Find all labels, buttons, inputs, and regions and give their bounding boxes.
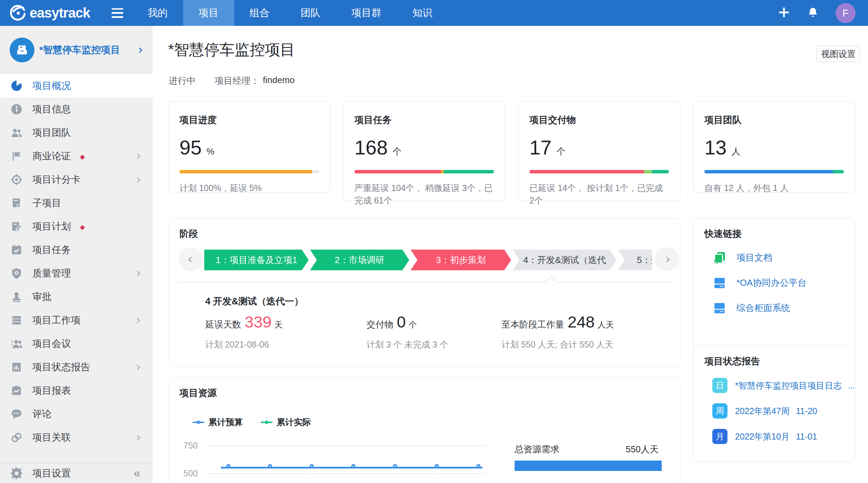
stage-2[interactable]: 2：市场调研 [310, 250, 409, 270]
sidebar-item-项目信息[interactable]: 项目信息 [0, 98, 153, 121]
logo-text: easytrack [30, 5, 90, 21]
stages-scroll-left-button[interactable] [179, 247, 203, 271]
notification-bell-icon[interactable] [807, 6, 819, 20]
stat-card-unit: % [207, 146, 215, 157]
report-badge: 月 [712, 429, 727, 444]
stage-stat-延误天数: 延误天数339天计划 2021-08-06 [205, 312, 366, 350]
sidebar: *智慧停车监控项目 项目概况项目信息项目团队商业论证◆项目计分卡子项目项目计划◆… [0, 26, 153, 483]
sidebar-item-项目计划[interactable]: 项目计划◆ [0, 215, 153, 238]
sidebar-item-商业论证[interactable]: 商业论证◆ [0, 144, 153, 168]
sidebar-item-项目会议[interactable]: 项目会议 [0, 332, 153, 355]
stat-card-项目团队: 项目团队13人自有 12 人，外包 1 人 [693, 101, 855, 193]
status-report-周[interactable]: 周2022年第47周11-20 [712, 403, 817, 419]
tab-知识[interactable]: 知识 [397, 0, 448, 26]
pie-chart-icon [10, 80, 23, 92]
gridline-750 [209, 445, 484, 446]
milestone-diamond-icon: ◆ [80, 153, 85, 161]
easytrack-logo-icon [9, 3, 27, 23]
sidebar-item-项目关联[interactable]: 项目关联 [0, 426, 153, 449]
sidebar-item-项目报表[interactable]: 项目报表 [0, 379, 153, 402]
logo[interactable]: easytrack [9, 3, 90, 23]
status-report-日[interactable]: 日*智慧停车监控项目项目日志... [712, 378, 855, 393]
sidebar-item-项目团队[interactable]: 项目团队 [0, 121, 153, 144]
legend-累计预算[interactable]: 累计预算 [193, 416, 243, 428]
stat-card-unit: 个 [557, 145, 566, 158]
chevron-right-icon[interactable] [137, 47, 143, 53]
quick-link-项目文档[interactable]: 项目文档 [712, 250, 772, 265]
sidebar-item-label: 项目团队 [32, 126, 71, 139]
sidebar-item-label: 项目报表 [32, 384, 71, 397]
screen-blue-icon [712, 301, 727, 315]
stat-card-value: 168 [354, 136, 388, 159]
plan-icon [10, 220, 23, 233]
sidebar-item-label: 项目状态报告 [32, 361, 90, 374]
sidebar-item-项目任务[interactable]: 项目任务 [0, 238, 153, 262]
chevron-right-icon [135, 318, 141, 323]
total-demand-label: 总资源需求 [515, 443, 559, 455]
stat-card-progress-bar [704, 170, 844, 173]
data-point-累计预算-1 [226, 464, 230, 468]
sidebar-item-项目设置[interactable]: 项目设置 « [0, 463, 153, 483]
stat-card-title: 项目任务 [354, 114, 494, 126]
quick-link-*OA协同办公平台[interactable]: *OA协同办公平台 [712, 275, 807, 290]
report-badge: 周 [712, 403, 727, 419]
stat-card-value: 95 [179, 136, 202, 159]
stat-card-title: 项目团队 [704, 114, 844, 126]
data-point-累计预算-4 [351, 464, 355, 468]
stat-card-unit: 人 [732, 145, 741, 158]
sidebar-item-项目计分卡[interactable]: 项目计分卡 [0, 168, 153, 191]
tab-团队[interactable]: 团队 [285, 0, 336, 26]
nav-tabs: 我的项目组合团队项目群知识 [132, 0, 448, 26]
view-settings-button[interactable]: 视图设置 [816, 46, 860, 62]
chart-doc-icon [10, 384, 23, 397]
status-reports-card: 项目状态报告 日*智慧停车监控项目项目日志...周2022年第47周11-20月… [693, 346, 855, 462]
stage-detail-title: 4 开发&测试（迭代一） [205, 295, 303, 308]
stage-1[interactable]: 1：项目准备及立项1 [204, 250, 309, 270]
stage-3[interactable]: 3：初步策划 [411, 250, 511, 270]
tab-项目群[interactable]: 项目群 [336, 0, 397, 26]
chevron-right-icon [135, 153, 141, 159]
sidebar-item-质量管理[interactable]: 质量管理 [0, 262, 153, 285]
legend-累计实际[interactable]: 累计实际 [261, 416, 311, 428]
status-report-月[interactable]: 月2022年第10月11-01 [712, 429, 817, 444]
tab-项目[interactable]: 项目 [183, 0, 234, 26]
user-avatar[interactable]: F [836, 3, 856, 23]
tab-我的[interactable]: 我的 [132, 0, 183, 26]
sidebar-item-子项目[interactable]: 子项目 [0, 191, 153, 215]
stage-4[interactable]: 4：开发&测试（迭代 [513, 250, 617, 270]
sidebar-item-label: 项目信息 [32, 103, 71, 116]
stages-scroll-right-button[interactable] [655, 247, 679, 271]
sidebar-item-项目概况[interactable]: 项目概况 [0, 74, 153, 98]
sidebar-item-项目状态报告[interactable]: 项目状态报告 [0, 355, 153, 379]
sidebar-item-审批[interactable]: 审批 [0, 285, 153, 309]
workitems-icon [10, 314, 23, 326]
sidebar-item-项目工作项[interactable]: 项目工作项 [0, 309, 153, 332]
milestone-diamond-icon: ◆ [80, 223, 85, 231]
total-demand-value: 550人天 [626, 443, 659, 455]
people-icon [10, 127, 23, 139]
tab-组合[interactable]: 组合 [234, 0, 285, 26]
stat-card-caption: 严重延误 104个， 稍微延误 3个，已完成 61个 [354, 182, 494, 207]
data-point-累计预算-5 [393, 464, 397, 468]
sidebar-item-label: 项目关联 [32, 431, 71, 444]
sidebar-project-name: *智慧停车监控项目 [39, 43, 129, 57]
add-icon[interactable] [778, 6, 790, 20]
flag-icon [10, 150, 23, 162]
chevron-right-icon [135, 364, 141, 370]
stat-card-项目进度: 项目进度95%计划 100%，延误 5% [168, 101, 330, 193]
hamburger-menu-icon[interactable] [112, 8, 123, 18]
stage-stat-交付物: 交付物0个计划 3 个 未完成 3 个 [366, 312, 502, 350]
resources-title: 项目资源 [179, 387, 217, 399]
quick-link-综合柜面系统[interactable]: 综合柜面系统 [712, 301, 790, 315]
target-icon [10, 173, 23, 186]
sidebar-project-switcher[interactable]: *智慧停车监控项目 [0, 26, 153, 74]
chevron-right-icon [135, 177, 141, 182]
sidebar-item-评论[interactable]: 评论 [0, 402, 153, 426]
stat-card-progress-bar [179, 170, 319, 173]
budget-line-series [221, 467, 483, 469]
stat-card-项目任务: 项目任务168个严重延误 104个， 稍微延误 3个，已完成 61个 [343, 101, 505, 201]
collapse-sidebar-icon[interactable]: « [134, 467, 141, 480]
stage-5[interactable]: 5：开发& [618, 250, 652, 270]
sidebar-item-label: 项目概况 [32, 79, 71, 92]
page-title: *智慧停车监控项目 [168, 40, 295, 60]
